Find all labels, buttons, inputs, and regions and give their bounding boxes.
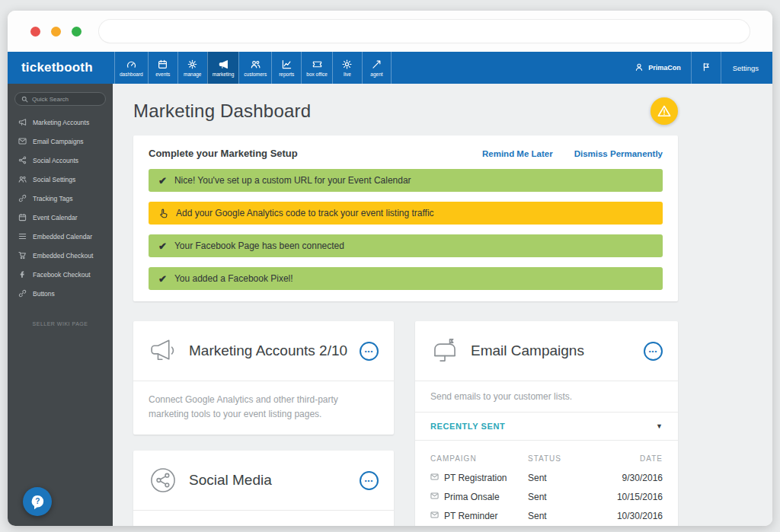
- calendar-icon: [158, 59, 168, 69]
- sidebar-item-facebook-checkout[interactable]: Facebook Checkout: [8, 265, 113, 284]
- ticket-icon: [312, 59, 322, 69]
- table-row[interactable]: PT Reminder Sent 10/30/2016: [430, 506, 663, 525]
- nav-right-cluster: PrimaCon Settings: [625, 52, 772, 84]
- share-circle-icon: [149, 466, 177, 495]
- sidebar-item-social-accounts[interactable]: Social Accounts: [8, 151, 113, 170]
- gauge-icon: [126, 59, 136, 69]
- warning-triangle-icon: [657, 104, 672, 119]
- seller-wiki-link[interactable]: SELLER WIKI PAGE: [8, 321, 113, 327]
- sidebar-item-embedded-checkout[interactable]: Embedded Checkout: [8, 246, 113, 265]
- table-header-row: CAMPAIGN STATUS DATE: [430, 448, 663, 468]
- sidebar-item-social-settings[interactable]: Social Settings: [8, 170, 113, 189]
- envelope-icon: [430, 473, 439, 483]
- email-campaigns-card: Email Campaigns ••• Send emails to your …: [415, 321, 678, 526]
- link-icon: [18, 289, 27, 298]
- tab-dashboard[interactable]: dashboard: [114, 52, 148, 84]
- card-description: Connect Google Analytics and other third…: [133, 381, 394, 435]
- setup-card-title: Complete your Marketing Setup: [149, 148, 298, 159]
- address-bar[interactable]: [99, 20, 750, 43]
- sidebar-nav: Marketing Accounts Email Campaigns Socia…: [8, 113, 113, 303]
- nav-tabs: dashboard events manage marketing: [114, 52, 392, 84]
- people-icon: [251, 59, 261, 69]
- card-title: Social Media: [189, 472, 272, 489]
- tab-marketing[interactable]: marketing: [207, 52, 239, 84]
- megaphone-icon: [219, 59, 229, 69]
- setup-banner-facebook-page: ✔ Your Facebook Page has been connected: [149, 234, 663, 257]
- top-navigation: ticketbooth dashboard events manage: [8, 52, 772, 84]
- page-title: Marketing Dashboard: [133, 100, 311, 122]
- dismiss-permanently-link[interactable]: Dismiss Permanently: [574, 149, 663, 158]
- svg-text:?: ?: [35, 497, 40, 505]
- tab-box-office[interactable]: box office: [301, 52, 332, 84]
- settings-button[interactable]: Settings: [721, 52, 772, 84]
- tab-agent[interactable]: agent: [362, 52, 392, 84]
- marketing-setup-card: Complete your Marketing Setup Remind Me …: [133, 135, 678, 301]
- envelope-icon: [18, 137, 27, 145]
- social-media-card: Social Media •••: [133, 451, 394, 526]
- envelope-icon: [430, 492, 439, 502]
- sun-icon: [342, 59, 352, 69]
- sidebar-item-event-calendar[interactable]: Event Calendar: [8, 208, 113, 227]
- share-icon: [18, 156, 27, 164]
- user-name: PrimaCon: [648, 64, 681, 72]
- warning-badge[interactable]: [651, 97, 678, 125]
- marketing-accounts-menu-button[interactable]: •••: [360, 342, 379, 361]
- arrow-up-right-icon: [372, 59, 382, 69]
- sidebar: Marketing Accounts Email Campaigns Socia…: [8, 84, 113, 526]
- tab-customers[interactable]: customers: [238, 52, 271, 84]
- flag-button[interactable]: [691, 52, 721, 84]
- user-icon: [635, 62, 644, 73]
- app-logo[interactable]: ticketbooth: [8, 52, 114, 84]
- flag-icon: [702, 61, 711, 75]
- table-row[interactable]: Prima Onsale Sent 10/15/2016: [430, 487, 663, 506]
- setup-banner-google-analytics[interactable]: Add your Google Analytics code to track …: [149, 202, 663, 225]
- browser-window: ticketbooth dashboard events manage: [8, 11, 772, 526]
- line-chart-icon: [282, 59, 292, 69]
- people-icon: [18, 175, 27, 183]
- list-icon: [18, 232, 27, 241]
- check-icon: ✔: [158, 175, 167, 186]
- recently-sent-dropdown[interactable]: RECENTLY SENT ▼: [415, 413, 678, 440]
- search-input[interactable]: [32, 96, 99, 103]
- card-title: Email Campaigns: [471, 342, 584, 359]
- card-title: Marketing Accounts 2/10: [189, 342, 347, 359]
- quick-search[interactable]: [14, 92, 106, 106]
- recently-sent-table: CAMPAIGN STATUS DATE PT Registration: [415, 441, 678, 526]
- sidebar-item-marketing-accounts[interactable]: Marketing Accounts: [8, 113, 113, 132]
- gear-icon: [187, 59, 197, 69]
- sidebar-item-tracking-tags[interactable]: Tracking Tags: [8, 189, 113, 208]
- envelope-icon: [430, 511, 439, 521]
- table-row[interactable]: PT Registration Sent 9/30/2016: [430, 468, 663, 487]
- megaphone-icon: [149, 336, 177, 365]
- social-media-menu-button[interactable]: •••: [360, 471, 379, 490]
- minimize-window-button[interactable]: [51, 27, 61, 37]
- marketing-accounts-card: Marketing Accounts 2/10 ••• Connect Goog…: [133, 321, 394, 435]
- tab-live[interactable]: live: [332, 52, 362, 84]
- calendar-icon: [18, 213, 27, 221]
- browser-chrome: [8, 11, 772, 52]
- card-description: Send emails to your customer lists.: [415, 381, 678, 412]
- help-button[interactable]: ?: [23, 487, 52, 516]
- facebook-icon: [18, 270, 27, 279]
- tab-manage[interactable]: manage: [177, 52, 207, 84]
- cart-icon: [18, 251, 27, 260]
- remind-me-later-link[interactable]: Remind Me Later: [482, 149, 553, 158]
- tab-events[interactable]: events: [148, 52, 177, 84]
- sidebar-item-embedded-calendar[interactable]: Embedded Calendar: [8, 227, 113, 246]
- sidebar-item-buttons[interactable]: Buttons: [8, 284, 113, 303]
- close-window-button[interactable]: [30, 27, 40, 37]
- tab-reports[interactable]: reports: [271, 52, 301, 84]
- email-campaigns-menu-button[interactable]: •••: [644, 342, 663, 361]
- megaphone-icon: [18, 118, 27, 126]
- app-body: Marketing Accounts Email Campaigns Socia…: [8, 84, 772, 526]
- setup-banner-custom-url: ✔ Nice! You've set up a custom URL for y…: [149, 169, 663, 192]
- mailbox-icon: [430, 336, 459, 365]
- user-menu[interactable]: PrimaCon: [625, 52, 691, 84]
- main-content: Marketing Dashboard Complete your Market…: [113, 84, 772, 526]
- search-icon: [21, 92, 28, 106]
- maximize-window-button[interactable]: [72, 27, 82, 37]
- link-icon: [18, 194, 27, 202]
- sidebar-item-email-campaigns[interactable]: Email Campaigns: [8, 132, 113, 151]
- check-icon: ✔: [158, 241, 167, 252]
- chevron-down-icon: ▼: [656, 422, 663, 430]
